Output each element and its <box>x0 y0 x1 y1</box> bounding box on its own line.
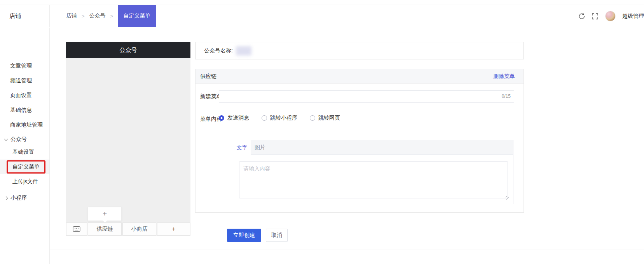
phone-menu-add-button[interactable]: + <box>157 222 190 236</box>
sidebar-item-article-mgmt[interactable]: 文章管理 <box>0 59 49 73</box>
delete-menu-link[interactable]: 删除菜单 <box>493 73 515 80</box>
phone-menu-small-shop[interactable]: 小商店 <box>122 222 156 236</box>
plus-icon: + <box>103 210 107 218</box>
content-bottom-divider <box>50 250 644 250</box>
top-header: 店铺 店铺 > 公众号 > 自定义菜单 超级管理 <box>0 5 644 27</box>
phone-preview-title: 公众号 <box>120 47 137 54</box>
chat-keyboard-icon <box>73 226 80 232</box>
phone-menu-supply-chain[interactable]: 供应链 <box>88 222 122 236</box>
sidebar-item-merchant-address[interactable]: 商家地址管理 <box>0 118 49 132</box>
radio-jump-webpage[interactable]: 跳转网页 <box>310 115 340 122</box>
sidebar-group-mini-program[interactable]: 小程序 <box>0 191 49 205</box>
add-submenu-popup-button[interactable]: + <box>88 207 122 221</box>
sidebar-item-channel-mgmt[interactable]: 频道管理 <box>0 73 49 88</box>
radio-unselected-icon <box>310 115 315 121</box>
breadcrumb: 店铺 > 公众号 > 自定义菜单 <box>66 5 156 27</box>
phone-preview: 公众号 + 供应链 小商店 + <box>66 42 190 236</box>
sidebar-nav: 文章管理 频道管理 页面设置 基础信息 商家地址管理 公众号 基础设置 自定义菜… <box>0 28 50 264</box>
breadcrumb-separator: > <box>110 5 113 27</box>
refresh-icon[interactable] <box>578 13 585 20</box>
new-menu-input[interactable] <box>219 90 514 102</box>
breadcrumb-item-custom-menu-active[interactable]: 自定义菜单 <box>118 5 156 27</box>
phone-preview-header: 公众号 <box>66 42 190 58</box>
sidebar-item-upload-js[interactable]: 上传js文件 <box>0 174 49 189</box>
breadcrumb-item-shop[interactable]: 店铺 <box>66 5 77 27</box>
phone-keyboard-toggle[interactable] <box>66 222 87 236</box>
app-logo[interactable]: 店铺 <box>0 5 50 27</box>
new-menu-input-wrap: 0/15 <box>219 90 514 102</box>
sidebar-item-custom-menu[interactable]: 自定义菜单 <box>0 160 49 174</box>
user-name[interactable]: 超级管理 <box>622 13 644 20</box>
radio-jump-mini-program[interactable]: 跳转小程序 <box>262 115 297 122</box>
app-logo-label: 店铺 <box>9 12 21 20</box>
account-name-redacted-value <box>236 46 251 56</box>
menu-section-title: 供应链 <box>200 73 216 80</box>
phone-menu-bar: 供应链 小商店 + <box>66 222 190 236</box>
menu-edit-card: 供应链 删除菜单 新建菜单 0/15 菜单内容 发送消息 跳转小程序 跳转网页 … <box>195 69 524 213</box>
account-name-box: 公众号名称: <box>195 42 524 59</box>
radio-send-message[interactable]: 发送消息 <box>219 115 249 122</box>
menu-edit-card-header: 供应链 删除菜单 <box>195 69 524 84</box>
radio-unselected-icon <box>262 115 267 121</box>
editor-tab-bar: 文字 图片 <box>233 140 513 155</box>
account-name-label: 公众号名称: <box>204 47 233 54</box>
menu-content-options: 发送消息 跳转小程序 跳转网页 <box>219 115 340 122</box>
char-counter: 0/15 <box>502 94 511 99</box>
cancel-button[interactable]: 取消 <box>266 229 288 242</box>
form-actions: 立即创建 取消 <box>227 229 288 242</box>
breadcrumb-item-official-account[interactable]: 公众号 <box>89 5 106 27</box>
fullscreen-icon[interactable] <box>592 13 599 20</box>
sidebar-item-page-settings[interactable]: 页面设置 <box>0 88 49 103</box>
create-now-button[interactable]: 立即创建 <box>227 229 261 242</box>
message-content-textarea[interactable] <box>239 162 508 198</box>
tab-text[interactable]: 文字 <box>233 140 251 155</box>
radio-selected-icon <box>219 115 224 121</box>
header-actions: 超级管理 <box>578 5 644 27</box>
message-editor: 文字 图片 <box>233 140 513 204</box>
tab-image[interactable]: 图片 <box>251 140 269 155</box>
sidebar-item-basic-settings[interactable]: 基础设置 <box>0 145 49 160</box>
avatar[interactable] <box>605 11 616 21</box>
sidebar-item-basic-info[interactable]: 基础信息 <box>0 103 49 118</box>
breadcrumb-separator: > <box>82 5 85 27</box>
